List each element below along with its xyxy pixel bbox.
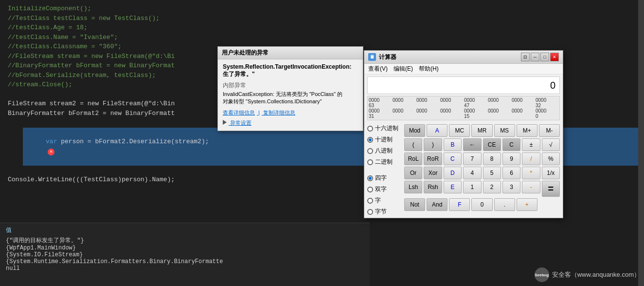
btn-sqrt[interactable]: √ — [542, 138, 560, 151]
radio-circle-word — [367, 198, 373, 204]
btn-Rsh[interactable]: Rsh — [424, 181, 442, 193]
watermark-text: 安全客（www.anquanke.com） — [552, 270, 640, 279]
radio-byte[interactable]: 字节 — [367, 208, 401, 216]
btn-And[interactable]: And — [427, 198, 447, 211]
exception-inner-label: 内部异常 — [223, 81, 358, 90]
radio-oct[interactable]: 八进制 — [367, 147, 401, 155]
btn-decimal[interactable]: . — [494, 198, 515, 211]
calc-row-6: Not And F 0 . + — [404, 198, 560, 211]
btn-MS[interactable]: MS — [494, 124, 515, 137]
watermark-logo: Seebug — [535, 267, 549, 282]
btn-MR[interactable]: MR — [471, 124, 492, 137]
code-line: //TestClass testClass = new TestClass(); — [8, 14, 636, 23]
exception-settings[interactable]: 异常设置 — [223, 119, 358, 127]
calculator-window: 🖩 计算器 ⊡ ─ □ ✕ 查看(V) 编辑(E) 帮助(H) 0 000000… — [364, 50, 563, 218]
minimize-button[interactable]: ─ — [531, 53, 539, 61]
btn-percent[interactable]: % — [542, 153, 560, 165]
radio-word[interactable]: 字 — [367, 196, 401, 205]
calc-row-2: ( ) B ← CE C ± √ — [404, 138, 560, 151]
close-button[interactable]: ✕ — [550, 53, 559, 61]
btn-3[interactable]: 3 — [502, 181, 520, 193]
exception-links[interactable]: 查看详细信息 | 复制详细信息 — [223, 109, 358, 116]
btn-close-paren[interactable]: ) — [424, 138, 442, 151]
radio-circle-dword — [367, 187, 373, 192]
code-line: //testClass.Name = "Ivan1ee"; — [8, 33, 636, 42]
btn-Not[interactable]: Not — [404, 198, 425, 211]
btn-E[interactable]: E — [444, 181, 462, 193]
bottom-panel-value-3: {System.IO.FileStream} — [6, 251, 364, 258]
btn-0[interactable]: 0 — [471, 198, 492, 211]
bottom-panel: 值 {"调用的目标发生了异常。"} {WpfApp1.MainWindow} {… — [0, 223, 370, 286]
radio-circle-byte — [367, 209, 373, 215]
btn-equals[interactable]: = — [542, 181, 560, 197]
btn-RoL[interactable]: RoL — [404, 153, 422, 165]
calculator-buttons: Mod A MC MR MS M+ M- ( ) B ← CE C ± √ — [404, 124, 560, 216]
hex-row-1: 0000000000000000 0000000000000000 — [369, 97, 558, 103]
btn-Mplus[interactable]: M+ — [517, 124, 537, 137]
wordsize-group: 四字 双字 字 字节 — [367, 174, 401, 216]
exception-title-text: 用户未处理的异常 — [222, 49, 268, 56]
btn-5[interactable]: 5 — [483, 167, 501, 179]
radio-circle-qword — [367, 175, 373, 181]
btn-C[interactable]: C — [502, 138, 520, 151]
hex-row-3: 0000000000000000 0000000000000000 — [369, 108, 558, 114]
btn-open-paren[interactable]: ( — [404, 138, 422, 151]
btn-B[interactable]: B — [444, 138, 462, 151]
btn-C-hex[interactable]: C — [444, 153, 462, 165]
calculator-title-bar: 🖩 计算器 ⊡ ─ □ ✕ — [364, 51, 563, 64]
code-line: //testClass.Age = 18; — [8, 23, 636, 33]
btn-4[interactable]: 4 — [463, 167, 481, 179]
btn-mod[interactable]: Mod — [404, 124, 425, 137]
restore-button[interactable]: ⊡ — [521, 53, 530, 61]
btn-A[interactable]: A — [427, 124, 447, 137]
radio-hex[interactable]: 十六进制 — [367, 124, 401, 133]
bottom-panel-value-2: {WpfApp1.MainWindow} — [6, 245, 364, 251]
error-icon: ✕ — [48, 149, 54, 155]
btn-F[interactable]: F — [449, 198, 470, 211]
btn-plusminus[interactable]: ± — [522, 138, 540, 151]
calculator-app-icon: 🖩 — [368, 53, 376, 61]
btn-Xor[interactable]: Xor — [424, 167, 442, 179]
btn-backspace[interactable]: ← — [463, 138, 481, 151]
bottom-panel-value-5: null — [6, 265, 364, 272]
btn-7[interactable]: 7 — [463, 153, 481, 165]
radio-qword[interactable]: 四字 — [367, 174, 401, 182]
radio-dec[interactable]: 十进制 — [367, 135, 401, 144]
calc-row-1: Mod A MC MR MS M+ M- — [404, 124, 560, 137]
radix-group: 十六进制 十进制 八进制 二进制 — [367, 124, 401, 166]
maximize-button[interactable]: □ — [540, 53, 549, 61]
btn-reciprocal[interactable]: 1/x — [542, 167, 560, 179]
exception-title-bar: 用户未处理的异常 — [218, 47, 363, 59]
calculator-radio-groups: 十六进制 十进制 八进制 二进制 — [367, 124, 401, 216]
calculator-display: 0 — [367, 76, 560, 94]
menu-edit[interactable]: 编辑(E) — [394, 65, 413, 73]
btn-2[interactable]: 2 — [483, 181, 501, 193]
btn-divide[interactable]: / — [522, 153, 540, 165]
scrollbar-right[interactable] — [638, 0, 644, 286]
btn-MC[interactable]: MC — [449, 124, 470, 137]
hex-display: 0000000000000000 0000000000000000 63 473… — [367, 96, 560, 120]
radio-dword[interactable]: 双字 — [367, 185, 401, 193]
btn-D[interactable]: D — [444, 167, 462, 179]
btn-multiply[interactable]: * — [522, 167, 540, 179]
btn-8[interactable]: 8 — [483, 153, 501, 165]
btn-Or[interactable]: Or — [404, 167, 422, 179]
hex-row-4: 31 150 — [369, 114, 558, 119]
radio-bin[interactable]: 二进制 — [367, 158, 401, 166]
btn-9[interactable]: 9 — [502, 153, 520, 165]
btn-1[interactable]: 1 — [463, 181, 481, 193]
calc-row-3: RoL RoR C 7 8 9 / % — [404, 153, 560, 165]
btn-plus[interactable]: + — [517, 198, 537, 211]
calc-row-4: Or Xor D 4 5 6 * 1/x — [404, 167, 560, 179]
btn-6[interactable]: 6 — [502, 167, 520, 179]
btn-RoR[interactable]: RoR — [424, 153, 442, 165]
btn-minus[interactable]: - — [522, 181, 540, 193]
btn-CE[interactable]: CE — [483, 138, 501, 151]
menu-view[interactable]: 查看(V) — [368, 65, 388, 73]
exception-link-detail[interactable]: 查看详细信息 — [223, 110, 255, 115]
exception-link-copy[interactable]: 复制详细信息 — [263, 110, 295, 115]
btn-Mminus[interactable]: M- — [539, 124, 560, 137]
calculator-main: 十六进制 十进制 八进制 二进制 — [364, 122, 563, 218]
menu-help[interactable]: 帮助(H) — [419, 65, 439, 73]
btn-Lsh[interactable]: Lsh — [404, 181, 422, 193]
